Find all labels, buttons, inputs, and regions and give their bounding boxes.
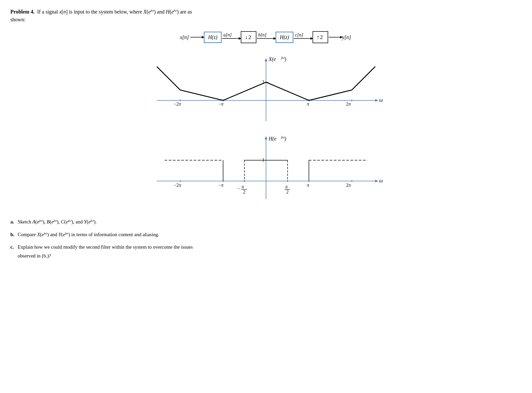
svg-text:b[n]: b[n] (258, 32, 267, 37)
svg-text:π: π (307, 101, 309, 107)
graph-x-ejw: X(e jω ) ω 1 −2π −π π 2π (149, 54, 383, 126)
svg-text:π: π (285, 184, 288, 189)
svg-text:−2π: −2π (174, 101, 181, 107)
svg-text:−: − (237, 186, 240, 191)
q-b-text: Compare X(ejω) and Y(ejω) in terms of in… (18, 230, 522, 239)
svg-marker-32 (375, 180, 378, 182)
graph-h-ejw: H(e jω ) ω 1 −2π −π − π 2 π 2 π 2π (149, 129, 383, 207)
svg-text:jω: jω (281, 56, 285, 60)
svg-text:X(e: X(e (268, 56, 276, 62)
svg-text:−2π: −2π (174, 183, 181, 188)
svg-text:2: 2 (286, 189, 289, 195)
downsample-box: ↓2 (241, 31, 256, 43)
q-b-label: b. (10, 230, 16, 239)
problem-number: Problem 4. (10, 9, 35, 15)
svg-marker-34 (265, 136, 267, 139)
svg-text:π: π (307, 183, 309, 188)
svg-text:c[n]: c[n] (295, 32, 303, 37)
hz-box-2: H(z) (276, 32, 293, 43)
q-a-text: Sketch A(ejω), B(ejω), C(ejω), and Y(ejω… (18, 217, 522, 227)
svg-marker-16 (265, 58, 267, 61)
svg-text:2π: 2π (346, 101, 351, 107)
q-a-label: a. (10, 217, 16, 227)
block-diagram: x[n] H(z) a[n] ↓2 b[n] H(z) c[n] ↑2 y[n] (10, 31, 522, 43)
q-c-text: Explain how we could modify the second f… (18, 243, 522, 260)
bd-input-label: x[n] (180, 34, 189, 40)
question-c: c. Explain how we could modify the secon… (10, 243, 522, 260)
svg-text:ω: ω (379, 178, 383, 183)
svg-text:ω: ω (379, 97, 383, 103)
svg-text:jω: jω (281, 135, 285, 139)
q-c-label: c. (10, 243, 16, 260)
question-b: b. Compare X(ejω) and Y(ejω) in terms of… (10, 230, 522, 239)
svg-text:2: 2 (243, 189, 245, 195)
questions-section: a. Sketch A(ejω), B(ejω), C(ejω), and Y(… (10, 217, 522, 260)
question-a: a. Sketch A(ejω), B(ejω), C(ejω), and Y(… (10, 217, 522, 227)
svg-text:a[n]: a[n] (223, 32, 232, 37)
svg-text:π: π (242, 184, 244, 189)
problem-header: Problem 4. If a signal x[n] is input to … (10, 8, 522, 23)
graphs-container: X(e jω ) ω 1 −2π −π π 2π H(e jω (10, 54, 522, 207)
svg-text:): ) (284, 136, 286, 142)
upsample-box: ↑2 (313, 31, 328, 43)
svg-text:): ) (284, 56, 286, 62)
svg-text:2π: 2π (346, 183, 351, 188)
svg-text:−π: −π (218, 101, 224, 107)
hz-box-1: H(z) (204, 32, 222, 43)
svg-text:H(e: H(e (268, 136, 276, 142)
svg-marker-14 (375, 99, 378, 102)
svg-text:−π: −π (218, 183, 224, 188)
bd-output-label: y[n] (342, 34, 351, 40)
